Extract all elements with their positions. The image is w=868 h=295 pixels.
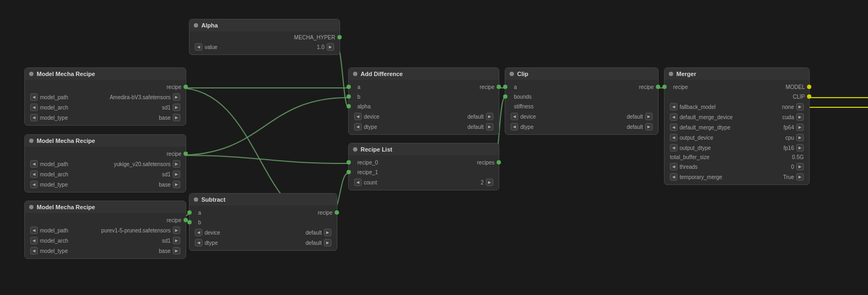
merger-temp-merge-left[interactable]: ◄ bbox=[670, 173, 677, 181]
merger-threads-right[interactable]: ► bbox=[796, 163, 804, 170]
add-diff-dtype-label: dtype bbox=[364, 124, 396, 130]
merger-recipe-row: recipe MODEL bbox=[664, 82, 809, 92]
model2-type-right[interactable]: ► bbox=[173, 181, 180, 188]
model1-recipe-connector[interactable] bbox=[184, 85, 188, 89]
clip-recipe-connector[interactable] bbox=[656, 85, 660, 89]
model3-type-left[interactable]: ◄ bbox=[30, 247, 38, 255]
merger-fallback-left[interactable]: ◄ bbox=[670, 103, 677, 111]
model2-type-left[interactable]: ◄ bbox=[30, 181, 38, 188]
subtract-b-connector[interactable] bbox=[187, 220, 192, 224]
model1-type-right[interactable]: ► bbox=[173, 114, 180, 121]
merger-output-dtype-field: ◄ output_dtype fp16 ► bbox=[667, 143, 807, 153]
clip-device-left[interactable]: ◄ bbox=[511, 113, 518, 120]
model3-path-left[interactable]: ◄ bbox=[30, 227, 38, 234]
model2-recipe-connector[interactable] bbox=[184, 152, 188, 156]
add-diff-dtype-field: ◄ dtype default ► bbox=[351, 122, 497, 132]
subtract-device-label: device bbox=[205, 230, 237, 236]
subtract-recipe-connector[interactable] bbox=[335, 210, 339, 215]
alpha-value-label: value bbox=[205, 44, 237, 50]
merger-temp-merge-right[interactable]: ► bbox=[796, 173, 804, 181]
model1-path-left[interactable]: ◄ bbox=[30, 93, 38, 101]
subtract-dtype-right[interactable]: ► bbox=[324, 239, 331, 246]
clip-a-connector[interactable] bbox=[503, 85, 507, 89]
model1-path-right[interactable]: ► bbox=[173, 93, 180, 101]
merger-merge-device-left[interactable]: ◄ bbox=[670, 113, 677, 121]
model1-arch-left[interactable]: ◄ bbox=[30, 104, 38, 111]
model2-path-left[interactable]: ◄ bbox=[30, 160, 38, 168]
add-diff-alpha-connector[interactable] bbox=[347, 104, 351, 108]
merger-merge-dtype-left[interactable]: ◄ bbox=[670, 124, 677, 131]
recipe-list-recipes-connector[interactable] bbox=[497, 160, 501, 164]
clip-dtype-left[interactable]: ◄ bbox=[511, 123, 518, 131]
subtract-body: a recipe b ◄ device default ► ◄ dtype de… bbox=[189, 205, 337, 250]
alpha-value-right-btn[interactable]: ► bbox=[327, 43, 334, 51]
clip-bounds-label: bounds bbox=[514, 94, 532, 100]
merger-output-device-left[interactable]: ◄ bbox=[670, 134, 677, 141]
add-diff-recipe-out-label: recipe bbox=[480, 84, 494, 90]
alpha-status-dot bbox=[194, 23, 198, 28]
model3-arch-right[interactable]: ► bbox=[173, 237, 180, 244]
model3-arch-left[interactable]: ◄ bbox=[30, 237, 38, 244]
add-diff-a-connector[interactable] bbox=[347, 85, 351, 89]
add-diff-recipe-connector[interactable] bbox=[497, 85, 501, 89]
merger-model-connector[interactable] bbox=[807, 85, 811, 89]
recipe-list-count-left[interactable]: ◄ bbox=[354, 179, 362, 186]
add-diff-b-connector[interactable] bbox=[347, 94, 351, 99]
merger-title: Merger bbox=[676, 71, 696, 77]
model3-type-right[interactable]: ► bbox=[173, 247, 180, 255]
model2-recipe-label: recipe bbox=[167, 151, 181, 157]
model2-type-field: ◄ model_type base ► bbox=[27, 180, 184, 189]
merger-recipe-label: recipe bbox=[673, 84, 688, 90]
merger-output-dtype-right[interactable]: ► bbox=[796, 144, 804, 152]
recipe-list-body: recipe_0 recipes recipe_1 ◄ count 2 ► bbox=[349, 155, 499, 190]
model1-body: recipe ◄ model_path Amedira-bV3.safetens… bbox=[25, 80, 186, 125]
subtract-a-connector[interactable] bbox=[187, 210, 192, 215]
add-diff-node: Add Difference a recipe b alpha ◄ device… bbox=[348, 67, 499, 135]
subtract-device-right[interactable]: ► bbox=[324, 229, 331, 236]
model2-status-dot bbox=[29, 139, 33, 143]
add-diff-header: Add Difference bbox=[349, 68, 499, 80]
recipe-list-r1-connector[interactable] bbox=[347, 170, 351, 174]
clip-dtype-right[interactable]: ► bbox=[645, 123, 653, 131]
alpha-value-left-btn[interactable]: ◄ bbox=[195, 43, 202, 51]
add-diff-b-row: b bbox=[349, 92, 499, 101]
model1-title: Model Mecha Recipe bbox=[37, 71, 95, 77]
clip-bounds-connector[interactable] bbox=[503, 94, 507, 99]
merger-merge-device-val: cuda bbox=[735, 114, 794, 120]
add-diff-device-left[interactable]: ◄ bbox=[354, 113, 362, 120]
model1-path-field: ◄ model_path Amedira-bV3.safetensors ► bbox=[27, 92, 184, 102]
model1-type-left[interactable]: ◄ bbox=[30, 114, 38, 121]
merger-clip-out-label: CLIP bbox=[793, 94, 805, 100]
model3-arch-field: ◄ model_arch sd1 ► bbox=[27, 236, 184, 245]
subtract-device-left[interactable]: ◄ bbox=[195, 229, 202, 236]
model3-path-right[interactable]: ► bbox=[173, 227, 180, 234]
model2-path-right[interactable]: ► bbox=[173, 160, 180, 168]
subtract-dtype-left[interactable]: ◄ bbox=[195, 239, 202, 246]
merger-merge-dtype-right[interactable]: ► bbox=[796, 124, 804, 131]
merger-clip-connector[interactable] bbox=[807, 94, 811, 99]
model2-arch-left[interactable]: ◄ bbox=[30, 170, 38, 178]
merger-threads-left[interactable]: ◄ bbox=[670, 163, 677, 170]
merger-output-dtype-val: fp16 bbox=[714, 145, 794, 151]
merger-merge-device-label: default_merge_device bbox=[680, 114, 733, 120]
recipe-list-count-right[interactable]: ► bbox=[486, 179, 493, 186]
clip-device-right[interactable]: ► bbox=[645, 113, 653, 120]
merger-output-dtype-left[interactable]: ◄ bbox=[670, 144, 677, 152]
model1-path-label: model_path bbox=[40, 94, 72, 100]
merger-fallback-right[interactable]: ► bbox=[796, 103, 804, 111]
model1-arch-right[interactable]: ► bbox=[173, 104, 180, 111]
add-diff-dtype-right[interactable]: ► bbox=[486, 123, 493, 131]
merger-fallback-label: fallback_model bbox=[680, 104, 716, 110]
model2-arch-right[interactable]: ► bbox=[173, 170, 180, 178]
model3-header: Model Mecha Recipe bbox=[25, 201, 186, 213]
recipe-list-r0-connector[interactable] bbox=[347, 160, 351, 164]
clip-stiffness-row: stiffness bbox=[505, 101, 658, 111]
subtract-b-label: b bbox=[198, 219, 201, 225]
merger-recipe-connector[interactable] bbox=[662, 85, 667, 89]
add-diff-device-right[interactable]: ► bbox=[486, 113, 493, 120]
clip-device-val: default bbox=[555, 114, 643, 120]
alpha-output-connector[interactable] bbox=[337, 35, 342, 39]
merger-output-device-right[interactable]: ► bbox=[796, 134, 804, 141]
merger-merge-device-right[interactable]: ► bbox=[796, 113, 804, 121]
add-diff-dtype-left[interactable]: ◄ bbox=[354, 123, 362, 131]
